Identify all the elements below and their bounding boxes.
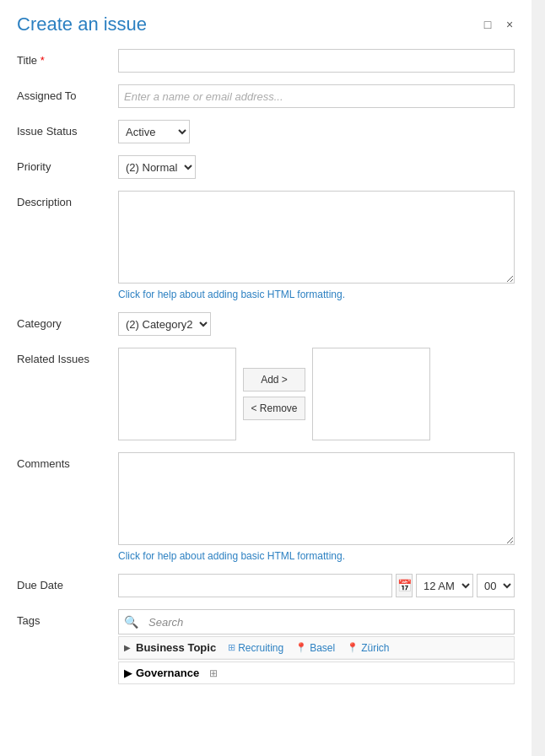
governance-chevron[interactable]: ▶ <box>124 667 132 679</box>
due-date-row: Due Date 📅 12 AM 1 AM 2 AM 00 15 <box>17 574 515 597</box>
zurich-tag[interactable]: 📍 Zürich <box>347 642 389 654</box>
related-issues-right-list[interactable] <box>312 348 430 440</box>
header-buttons: □ × <box>479 16 518 33</box>
assigned-to-row: Assigned To <box>17 84 515 108</box>
location-icon-zurich: 📍 <box>347 642 359 653</box>
category-control: (1) Category1 (2) Category2 (3) Category… <box>118 312 515 336</box>
comments-textarea[interactable] <box>118 452 515 545</box>
calendar-icon: 📅 <box>397 579 412 592</box>
due-date-input[interactable] <box>118 574 392 597</box>
business-topic-title: Business Topic <box>136 641 216 654</box>
title-row: Title * <box>17 49 515 73</box>
assigned-to-input[interactable] <box>118 84 515 108</box>
dialog-title: Create an issue <box>17 14 147 35</box>
remove-button[interactable]: < Remove <box>243 397 305 420</box>
time-ampm-select[interactable]: 12 AM 1 AM 2 AM <box>416 574 473 597</box>
related-issues-row: Related Issues Add > < Remove <box>17 348 515 440</box>
comments-control: Click for help about adding basic HTML f… <box>118 452 515 562</box>
due-date-row-inner: 📅 12 AM 1 AM 2 AM 00 15 30 45 <box>118 574 515 597</box>
priority-select[interactable]: (1) High (2) Normal (3) Low <box>118 155 196 179</box>
issue-status-label: Issue Status <box>17 120 118 138</box>
time-minutes-select[interactable]: 00 15 30 45 <box>477 574 515 597</box>
business-topic-chevron[interactable]: ▶ <box>124 643 131 652</box>
title-label: Title * <box>17 49 118 67</box>
tags-row: Tags 🔍 ▶ Business Topic ⊞ Recruiting <box>17 609 515 684</box>
due-date-label: Due Date <box>17 574 118 591</box>
issue-status-control: Active Resolved Closed <box>118 120 515 143</box>
category-select[interactable]: (1) Category1 (2) Category2 (3) Category… <box>118 312 211 336</box>
recruiting-label: Recruiting <box>238 642 283 654</box>
priority-control: (1) High (2) Normal (3) Low <box>118 155 515 179</box>
dialog-body: Title * Assigned To Issue Status Active … <box>0 42 532 756</box>
comments-label: Comments <box>17 452 118 470</box>
tags-search-box: 🔍 <box>118 609 515 634</box>
zurich-label: Zürich <box>361 642 389 654</box>
basel-label: Basel <box>310 642 335 654</box>
governance-icon-1: ⊞ <box>209 667 218 679</box>
description-row: Description Click for help about adding … <box>17 191 515 300</box>
description-help-link[interactable]: Click for help about adding basic HTML f… <box>118 289 345 300</box>
governance-header: ▶ Governance ⊞ <box>119 662 514 683</box>
due-date-control: 📅 12 AM 1 AM 2 AM 00 15 30 45 <box>118 574 515 597</box>
related-issues-left-list[interactable] <box>118 348 236 440</box>
business-topic-header: ▶ Business Topic ⊞ Recruiting 📍 Basel 📍 <box>119 637 514 659</box>
close-button[interactable]: × <box>501 16 518 33</box>
priority-label: Priority <box>17 155 118 173</box>
grid-icon: ⊞ <box>228 642 235 653</box>
tags-control: 🔍 ▶ Business Topic ⊞ Recruiting 📍 <box>118 609 515 684</box>
title-required: * <box>40 54 45 67</box>
basel-tag[interactable]: 📍 Basel <box>295 642 335 654</box>
comments-row: Comments Click for help about adding bas… <box>17 452 515 562</box>
scrollbar[interactable] <box>532 0 545 756</box>
minimize-button[interactable]: □ <box>479 16 496 33</box>
create-issue-dialog: Create an issue □ × Title * Assigned To <box>0 0 532 756</box>
location-icon-basel: 📍 <box>295 642 307 653</box>
assigned-to-control <box>118 84 515 108</box>
issue-status-row: Issue Status Active Resolved Closed <box>17 120 515 143</box>
governance-tag-1[interactable]: ⊞ <box>209 667 218 679</box>
tags-label: Tags <box>17 609 118 627</box>
related-buttons: Add > < Remove <box>243 368 305 420</box>
dialog-header: Create an issue □ × <box>0 0 532 42</box>
description-label: Description <box>17 191 118 208</box>
recruiting-tag[interactable]: ⊞ Recruiting <box>228 642 283 654</box>
category-row: Category (1) Category1 (2) Category2 (3)… <box>17 312 515 336</box>
category-label: Category <box>17 312 118 330</box>
assigned-to-label: Assigned To <box>17 84 118 102</box>
related-issues-label: Related Issues <box>17 348 118 365</box>
business-topic-section: ▶ Business Topic ⊞ Recruiting 📍 Basel 📍 <box>118 636 515 660</box>
related-issues-container: Add > < Remove <box>118 348 515 440</box>
issue-status-select[interactable]: Active Resolved Closed <box>118 120 190 143</box>
title-input[interactable] <box>118 49 515 73</box>
related-issues-control: Add > < Remove <box>118 348 515 440</box>
tags-search-input[interactable] <box>143 610 509 634</box>
governance-section: ▶ Governance ⊞ <box>118 662 515 684</box>
description-control: Click for help about adding basic HTML f… <box>118 191 515 300</box>
comments-help-link[interactable]: Click for help about adding basic HTML f… <box>118 550 345 562</box>
search-icon: 🔍 <box>124 615 138 629</box>
add-button[interactable]: Add > <box>243 368 305 392</box>
title-control <box>118 49 515 73</box>
governance-title: Governance <box>136 667 199 679</box>
priority-row: Priority (1) High (2) Normal (3) Low <box>17 155 515 179</box>
description-textarea[interactable] <box>118 191 515 284</box>
calendar-button[interactable]: 📅 <box>396 574 413 597</box>
